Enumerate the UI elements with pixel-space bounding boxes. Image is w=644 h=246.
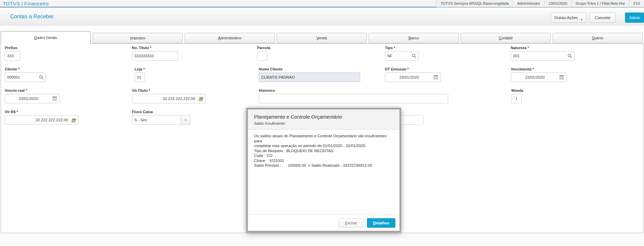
required-mark: * — [533, 67, 534, 71]
loja-input[interactable] — [135, 73, 145, 82]
prefixo-input[interactable] — [5, 51, 20, 61]
page-title: Contas a Receber — [10, 14, 54, 20]
required-mark: * — [407, 67, 409, 71]
natureza-label: Natureza — [511, 46, 526, 50]
current-user: Administrador — [513, 0, 544, 7]
field-vlr-rs: Vlr R$* — [5, 110, 78, 125]
field-moeda: Moeda — [511, 88, 523, 103]
action-bar: Contas a Receber Outras Ações ▼ Cancelar… — [0, 8, 644, 25]
field-vlr-titulo: Vlr.Titulo* — [132, 88, 206, 103]
field-prefixo: Prefixo — [5, 46, 20, 61]
field-parcela: Parcela — [257, 46, 270, 61]
environment-name: TOTVS Serviços MSSQL Basecongelada — [436, 0, 513, 7]
dt-emissao-input[interactable] — [385, 73, 441, 82]
tab-contabil[interactable]: Contábil — [461, 33, 551, 43]
group-branch: Grupo Totvs 1 / Filial Belo Hor — [571, 0, 629, 7]
vlr-rs-label: Vlr R$ — [5, 110, 16, 114]
no-titulo-input[interactable] — [132, 51, 178, 61]
calendar-icon[interactable] — [52, 96, 57, 102]
required-mark: * — [149, 88, 150, 93]
field-historico: Historico — [259, 88, 448, 103]
detalhes-button[interactable]: Detalhes — [367, 218, 395, 228]
vencimento-label: Vencimento — [511, 67, 532, 71]
calendar-icon[interactable] — [434, 75, 438, 81]
search-icon[interactable] — [39, 75, 44, 81]
tab-venda[interactable]: Venda — [277, 33, 367, 43]
cancelar-button[interactable]: Cancelar — [590, 13, 616, 23]
bottom-strip — [0, 233, 644, 246]
parcela-input[interactable] — [257, 51, 267, 61]
modal-subtitle: Saldo Insuficiente — [254, 121, 393, 125]
field-vencimento: Vencimento* — [511, 67, 567, 82]
dt-emissao-label: DT Emissao — [385, 67, 406, 71]
calculator-icon[interactable] — [198, 97, 204, 103]
fluxo-caixa-dropdown-button[interactable]: ▼ — [181, 115, 190, 125]
fluxo-caixa-label: Fluxo Caixa — [132, 110, 153, 114]
vlr-titulo-label: Vlr.Titulo — [132, 88, 148, 93]
required-mark: * — [150, 46, 152, 50]
tab-outros[interactable]: Outros — [553, 33, 643, 43]
tab-label: Banco — [408, 36, 419, 40]
tab-banco[interactable]: Banco — [369, 33, 459, 43]
field-loja: Loja* — [135, 67, 145, 82]
historico-label: Historico — [259, 88, 275, 93]
vencto-real-input[interactable] — [5, 94, 60, 103]
salvar-button[interactable]: Salvar — [625, 13, 644, 23]
nome-cliente-label: Nome Cliente — [259, 67, 282, 71]
no-titulo-label: No. Titulo — [132, 46, 149, 50]
required-mark: * — [143, 67, 145, 71]
modal-header: Planejamento e Controle Orçamentário Sal… — [248, 109, 399, 130]
field-fluxo-caixa: Fluxo Caixa ▼ — [132, 110, 190, 125]
vlr-rs-input[interactable] — [5, 115, 78, 125]
modal-message-line: Tipo de Bloqueio : BLOQUEIO DE RECEITAS — [254, 148, 393, 153]
fechar-label: Fechar — [345, 221, 357, 225]
tab-label: Dados Gerais — [34, 36, 57, 40]
vlr-titulo-input[interactable] — [132, 94, 206, 103]
moeda-input[interactable] — [511, 94, 522, 103]
vencimento-input[interactable] — [511, 73, 567, 82]
required-mark: * — [26, 88, 27, 93]
required-mark: * — [18, 67, 20, 71]
modal-message-line: completar esta operação no periodo de 01… — [254, 143, 393, 148]
field-tipo: Tipo* — [385, 46, 419, 61]
search-icon[interactable] — [568, 54, 572, 60]
prefixo-label: Prefixo — [5, 46, 17, 50]
search-icon[interactable] — [412, 54, 416, 60]
contas-a-receber-screen: TOTVS | Financeiro TOTVS Serviços MSSQL … — [0, 0, 644, 246]
field-dt-emissao: DT Emissao* — [385, 67, 441, 82]
tab-label: Venda — [316, 36, 327, 40]
tab-dados-gerais[interactable]: Dados Gerais — [1, 31, 91, 44]
outras-acoes-label: Outras Ações — [554, 16, 578, 20]
outras-acoes-button[interactable]: Outras Ações ▼ — [551, 13, 586, 23]
calendar-icon[interactable] — [559, 75, 564, 81]
modal-message-line: Os saldos atuais do Planejamento e Contr… — [254, 134, 393, 143]
tab-label: Outros — [592, 36, 603, 40]
tab-administrativo[interactable]: Administrativo — [185, 33, 275, 43]
vencto-real-label: Vencto real — [5, 88, 25, 93]
tab-label: Administrativo — [218, 36, 241, 40]
app-brand: TOTVS | Financeiro — [0, 1, 49, 6]
required-mark: * — [527, 46, 529, 50]
field-vencto-real: Vencto real* — [5, 88, 60, 103]
historico-input[interactable] — [259, 94, 448, 103]
tab-impostos[interactable]: Impostos — [93, 33, 183, 43]
modal-body: Os saldos atuais do Planejamento e Contr… — [248, 130, 399, 214]
top-bar-status-items: TOTVS Serviços MSSQL Basecongelada Admin… — [436, 0, 644, 7]
tab-label: Contábil — [499, 36, 512, 40]
natureza-input[interactable] — [511, 51, 575, 61]
calculator-icon[interactable] — [71, 118, 76, 124]
f10-shortcut: F10 — [629, 0, 644, 7]
required-mark: * — [17, 110, 18, 114]
chevron-down-icon: ▼ — [580, 18, 583, 21]
top-bar: TOTVS | Financeiro TOTVS Serviços MSSQL … — [0, 0, 644, 7]
cancelar-label: Cancelar — [595, 16, 611, 20]
moeda-label: Moeda — [511, 88, 523, 93]
parcela-label: Parcela — [257, 46, 270, 50]
loja-label: Loja — [135, 67, 142, 71]
cliente-label: Cliente — [5, 67, 17, 71]
modal-footer: Fechar Detalhes — [248, 214, 399, 231]
fluxo-caixa-input[interactable] — [132, 115, 181, 125]
field-nome-cliente: Nome Cliente — [259, 67, 360, 82]
fechar-button[interactable]: Fechar — [339, 218, 364, 228]
modal-message-line: Saldo Previsto : 100000.00 x Saldo Reali… — [254, 163, 393, 168]
